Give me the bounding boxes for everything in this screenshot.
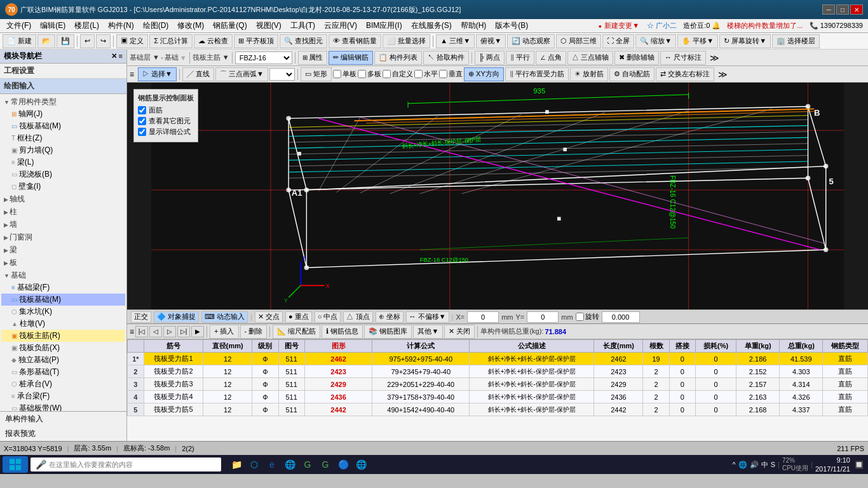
panel-close-icon[interactable]: ✕ ≡ [111, 52, 123, 60]
tree-item-found-band[interactable]: ▭基础板带(W) [1, 402, 125, 411]
tree-item-ind-found[interactable]: ◆独立基础(P) [1, 354, 125, 366]
taskbar-app-net[interactable]: 🔵 [336, 457, 351, 472]
tree-item-found-beam[interactable]: ≡基础梁(F) [1, 281, 125, 294]
dim-btn[interactable]: ↔ 尺寸标注 [660, 51, 706, 65]
rebar-info-btn[interactable]: ℹ 钢筋信息 [322, 325, 363, 339]
taskbar-search-input[interactable] [49, 461, 216, 468]
open-btn[interactable]: 📂 [37, 34, 55, 48]
xy-dir-btn[interactable]: ⊕ XY方向 [464, 67, 504, 81]
menu-view[interactable]: 视图(V) [252, 19, 285, 32]
close-btn[interactable]: ✕ [850, 4, 863, 15]
tree-group-beam-label[interactable]: ▶ 梁 [1, 244, 125, 256]
component-select[interactable]: FBZJ-16 [235, 51, 292, 64]
panel-section-draw[interactable]: 绘图输入 [0, 79, 126, 94]
tree-item-pile-cap[interactable]: ⬡桩承台(V) [1, 378, 125, 390]
menu-edit[interactable]: 编辑(E) [36, 19, 69, 32]
taskbar-app-edge[interactable]: ⬡ [247, 457, 262, 472]
local-3d-btn[interactable]: ⬡ 局部三维 [556, 34, 601, 48]
expand-icon2[interactable]: ≫ [718, 69, 728, 79]
taskbar-app-web[interactable]: 🌐 [353, 457, 369, 472]
tray-network-icon[interactable]: 🌐 [738, 461, 747, 469]
tree-group-common-label[interactable]: ▼ 常用构件类型 [1, 96, 125, 108]
snap-btn[interactable]: 🔷 对象捕捉 [154, 311, 199, 323]
rotate-input[interactable] [602, 311, 640, 323]
sum-btn[interactable]: Σ 汇总计算 [149, 34, 193, 48]
panel-toggle-icon[interactable]: ≡ [130, 70, 134, 79]
menu-version[interactable]: 版本号(B) [491, 19, 532, 32]
batch-select-btn[interactable]: ⬜ 批量选择 [383, 34, 430, 48]
3d-btn[interactable]: ▲ 三维▼ [436, 34, 475, 48]
pan-btn[interactable]: ✋ 平移▼ [677, 34, 718, 48]
window-controls[interactable]: ─ □ ✕ [822, 4, 863, 15]
save-btn[interactable]: 💾 [57, 34, 74, 48]
select-btn[interactable]: ▷ 选择▼ [138, 67, 177, 81]
tree-item-raft-found[interactable]: ▭筏板基础(M) [1, 294, 125, 306]
new-btn[interactable]: 📄 新建 [3, 34, 36, 48]
tree-item-column[interactable]: T框柱(Z) [1, 132, 125, 144]
single-board-check[interactable]: 单板 [333, 69, 356, 79]
table-row[interactable]: 4 筏板受力筋4 12 Ф 511 2436 379+1758+379-40-4… [128, 391, 868, 403]
tray-expand-icon[interactable]: ^ [733, 461, 736, 468]
tree-item-sump[interactable]: ⬡集水坑(K) [1, 306, 125, 318]
table-row[interactable]: 1* 筏板受力筋1 12 Ф 511 2462 975+592+975-40-4… [128, 353, 868, 365]
scale-rebar-btn[interactable]: 📐 缩尺配筋 [273, 325, 320, 339]
tree-group-foundation-label[interactable]: ▼ 基础 [1, 269, 125, 281]
tree-item-axis[interactable]: ⊞轴网(J) [1, 108, 125, 120]
start-btn[interactable] [3, 456, 28, 473]
insert-btn[interactable]: + 插入 [210, 325, 238, 339]
vertex-btn[interactable]: △ 顶点 [343, 311, 372, 323]
table-row[interactable]: 3 筏板受力筋3 12 Ф 511 2429 229+2051+229-40-4… [128, 378, 868, 391]
tree-item-pedestal[interactable]: ▲柱墩(V) [1, 318, 125, 330]
nav-play-btn[interactable]: ▶ [191, 326, 204, 337]
tree-group-axis-label[interactable]: ▶ 轴线 [1, 193, 125, 205]
view-rebar-btn[interactable]: 👁 查看钢筋量 [329, 34, 381, 48]
panel-section-project[interactable]: 工程设置 [0, 64, 126, 79]
tray-volume-icon[interactable]: 🔊 [750, 461, 759, 469]
y-coord-input[interactable] [527, 311, 559, 323]
undo-btn[interactable]: ↩ [80, 34, 95, 48]
tray-antivirus-icon[interactable]: S [771, 461, 775, 468]
clock[interactable]: 9:10 2017/11/21 [815, 456, 850, 474]
screen-rotate-btn[interactable]: ↻ 屏幕旋转▼ [719, 34, 771, 48]
arc-btn[interactable]: ⌒ 三点画弧▼ [215, 67, 268, 81]
report-preview-btn[interactable]: 报表预览 [0, 426, 126, 441]
zoom-in-btn[interactable]: 🔍 缩放▼ [635, 34, 676, 48]
menu-modify[interactable]: 修改(M) [173, 19, 208, 32]
center-btn[interactable]: ○ 中点 [315, 311, 341, 323]
component-list-btn[interactable]: 📋 构件列表 [374, 51, 422, 65]
maximize-btn[interactable]: □ [836, 4, 849, 15]
delete-btn[interactable]: - 删除 [240, 325, 268, 339]
tree-item-strip-found[interactable]: ▭条形基础(T) [1, 366, 125, 378]
radial-rebar-btn[interactable]: ☀ 放射筋 [570, 67, 608, 81]
panel-toggle-icon2[interactable]: ≡ [130, 327, 134, 336]
search-bar[interactable]: 🎤 [31, 458, 221, 471]
menu-component[interactable]: 构件(N) [104, 19, 138, 32]
minimize-btn[interactable]: ─ [822, 4, 835, 15]
x-coord-input[interactable] [467, 311, 499, 323]
property-btn[interactable]: ⊞ 属性 [298, 51, 327, 65]
menu-cloud[interactable]: 云应用(V) [320, 19, 361, 32]
vertical-check[interactable]: 垂直 [439, 69, 463, 79]
close-table-btn[interactable]: ✕ 关闭 [444, 325, 475, 339]
rotate-check[interactable]: 旋转 [576, 312, 599, 322]
tree-item-beam[interactable]: ≡梁(L) [1, 156, 125, 168]
taskbar-app-security[interactable]: G [318, 457, 333, 472]
nav-last-btn[interactable]: ▷| [177, 326, 190, 337]
tree-item-shear-wall[interactable]: ▣剪力墙(Q) [1, 144, 125, 156]
edit-rebar-btn[interactable]: ✏ 编辑钢筋 [329, 51, 373, 65]
single-component-btn[interactable]: 单构件输入 [0, 412, 126, 426]
tree-item-raft-rebar-neg[interactable]: ▣筏板负筋(X) [1, 342, 125, 354]
taskbar-app-chrome[interactable]: 🌐 [282, 457, 297, 472]
face-rebar-check[interactable]: 面筋 [138, 105, 194, 115]
menu-file[interactable]: 文件(F) [3, 19, 35, 32]
tree-item-raft[interactable]: ▭筏板基础(M) [1, 120, 125, 132]
expand-icon[interactable]: ≫ [710, 53, 719, 63]
menu-help[interactable]: 帮助(H) [457, 19, 491, 32]
rebar-lib-btn[interactable]: 📚 钢筋图库 [364, 325, 412, 339]
pick-component-btn[interactable]: ↖ 拾取构件 [423, 51, 469, 65]
shape-select[interactable] [269, 68, 295, 81]
intersection-btn[interactable]: ✕ 交点 [255, 311, 283, 323]
horizontal-check[interactable]: 水平 [414, 69, 438, 79]
level-btn[interactable]: ⊞ 平齐板顶 [234, 34, 278, 48]
tree-item-cap-beam[interactable]: ≡承台梁(F) [1, 390, 125, 402]
